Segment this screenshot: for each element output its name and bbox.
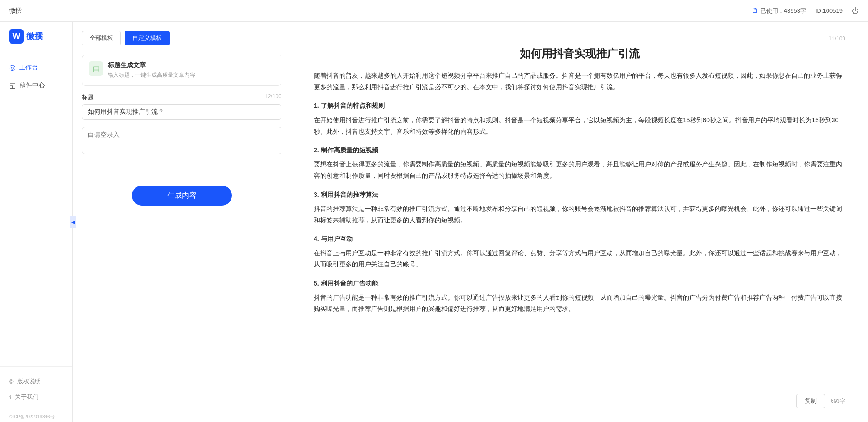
title-char-count: 12/100 [265,93,281,101]
copyright-icon: © [9,378,14,385]
article-title: 如何用抖音实现推广引流 [314,46,845,61]
title-label: 标题 [82,93,94,101]
icp-text: ©ICP备2022016846号 [0,412,72,422]
usage-info: 🗒 已使用：43953字 [752,7,806,15]
sidebar-bottom: © 版权说明 ℹ 关于我们 [0,366,72,412]
template-card-icon: ▤ [89,61,103,76]
about-icon: ℹ [9,394,11,401]
about-label: 关于我们 [15,393,39,401]
title-form-section: 标题 12/100 [82,93,281,120]
article-para-0: 随着抖音的普及，越来越多的人开始利用这个短视频分享平台来推广自己的产品或服务。抖… [314,70,845,93]
title-input[interactable] [82,104,281,120]
right-panel: 11/109 如何用抖音实现推广引流 随着抖音的普及，越来越多的人开始利用这个短… [291,22,868,422]
template-card-info: 标题生成文章 输入标题，一键生成高质量文章内容 [108,61,195,79]
main-layout: W 微撰 ◎ 工作台 ◱ 稿件中心 © 版权说明 [0,22,868,422]
power-icon[interactable]: ⏻ [852,7,859,15]
topbar-title: 微撰 [9,7,22,15]
sidebar-item-about[interactable]: ℹ 关于我们 [0,389,72,405]
sidebar-nav: ◎ 工作台 ◱ 稿件中心 [0,51,72,101]
form-divider [82,171,281,171]
tab-all-templates[interactable]: 全部模板 [82,31,121,45]
article-section-5: 3. 利用抖音的推荐算法 [314,189,845,201]
topbar: 微撰 🗒 已使用：43953字 ID:100519 ⏻ [0,0,868,22]
copy-button[interactable]: 复制 [796,394,825,408]
usage-text: 已使用：43953字 [760,7,806,15]
drafts-icon: ◱ [9,81,16,90]
article-body: 随着抖音的普及，越来越多的人开始利用这个短视频分享平台来推广自己的产品或服务。抖… [314,70,845,384]
template-card[interactable]: ▤ 标题生成文章 输入标题，一键生成高质量文章内容 [82,55,281,86]
article-para-8: 在抖音上与用户互动是一种非常有效的推广引流方式。你可以通过回复评论、点赞、分享等… [314,247,845,270]
copyright-label: 版权说明 [17,377,41,386]
sidebar-item-drafts[interactable]: ◱ 稿件中心 [0,76,72,94]
article-para-4: 要想在抖音上获得更多的流量，你需要制作高质量的短视频。高质量的短视频能够吸引更多… [314,159,845,181]
logo-icon: W [9,29,24,44]
sidebar-item-label: 稿件中心 [20,81,45,90]
sidebar-item-workbench[interactable]: ◎ 工作台 [0,59,72,76]
sidebar-logo: W 微撰 [0,22,72,51]
article-para-6: 抖音的推荐算法是一种非常有效的推广引流方式。通过不断地发布和分享自己的短视频，你… [314,203,845,226]
logo-text: 微撰 [26,31,43,42]
article-section-9: 5. 利用抖音的广告功能 [314,278,845,289]
article-section-1: 1. 了解抖音的特点和规则 [314,100,845,111]
document-icon: 🗒 [752,7,758,14]
sidebar-item-label: 工作台 [19,64,38,72]
textarea-form-section [82,127,281,156]
title-label-row: 标题 12/100 [82,93,281,101]
sidebar-collapse-btn[interactable]: ◀ [70,216,76,228]
template-name: 标题生成文章 [108,61,195,70]
template-desc: 输入标题，一键生成高质量文章内容 [108,71,195,79]
template-tabs: 全部模板 自定义模板 [82,31,281,45]
user-id: ID:100519 [815,7,843,14]
left-panel: 全部模板 自定义模板 ▤ 标题生成文章 输入标题，一键生成高质量文章内容 标题 … [73,22,291,422]
content-area: 全部模板 自定义模板 ▤ 标题生成文章 输入标题，一键生成高质量文章内容 标题 … [73,22,868,422]
article-section-3: 2. 制作高质量的短视频 [314,145,845,156]
topbar-right: 🗒 已使用：43953字 ID:100519 ⏻ [752,7,859,15]
sidebar-item-copyright[interactable]: © 版权说明 [0,374,72,389]
content-textarea[interactable] [82,127,281,154]
generate-btn[interactable]: 生成内容 [132,186,232,206]
sidebar: W 微撰 ◎ 工作台 ◱ 稿件中心 © 版权说明 [0,22,73,422]
tab-custom-templates[interactable]: 自定义模板 [125,31,170,45]
word-count: 693字 [831,397,845,405]
article-para-2: 在开始使用抖音进行推广引流之前，你需要了解抖音的特点和规则。抖音是一个短视频分享… [314,115,845,137]
article-para-10: 抖音的广告功能是一种非常有效的推广引流方式。你可以通过广告投放来让更多的人看到你… [314,292,845,315]
article-footer: 复制 693字 [314,388,845,408]
workbench-icon: ◎ [9,63,15,72]
page-count: 11/109 [314,35,845,42]
article-section-7: 4. 与用户互动 [314,233,845,245]
